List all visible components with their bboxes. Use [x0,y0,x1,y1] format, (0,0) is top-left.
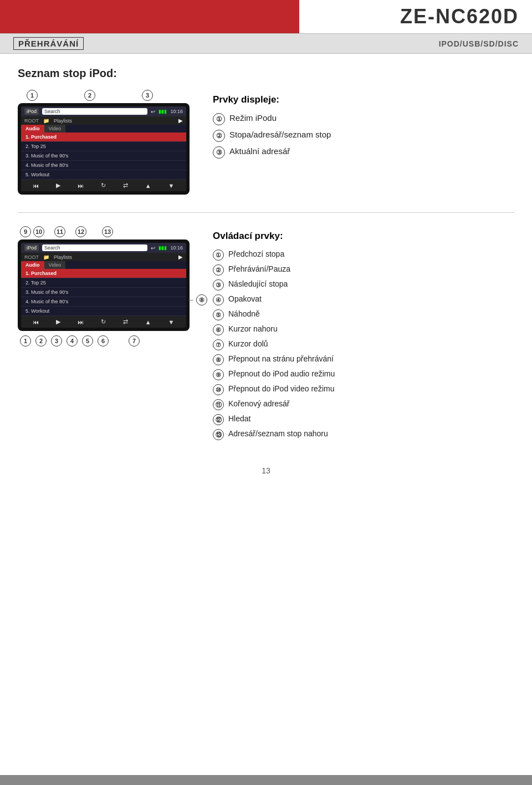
num-above-3: 3 [142,90,153,101]
item-text: Přepnout na stránu přehrávání [228,354,334,363]
screen2-column: 9 10 11 12 13 iPod Search ↩ ▮▮▮ [18,226,195,444]
device-screen-1: iPod Search ↩ ▮▮▮ 10:16 ROOT 📁 Playlists… [18,103,190,195]
item-text: Kurzor nahoru [228,324,278,333]
screen1-play-btn[interactable]: ▶ [178,118,183,124]
list-item: ④ Opakovat [213,294,514,305]
prev-btn2[interactable]: ⏮ [33,319,39,325]
shuffle-btn[interactable]: ⇄ [123,182,128,189]
item-num: ⑪ [213,399,224,410]
arrow-indicator-8: ← ⑧ [186,294,207,305]
num-b4: 4 [66,335,78,346]
bottom-bar [0,775,532,785]
num-8: ⑧ [196,294,207,305]
list-item[interactable]: 4. Music of the 80's [21,297,186,307]
list-item: ② Přehrávání/Pauza [213,264,514,276]
item-text: Přehrávání/Pauza [228,264,290,273]
nums-above-screen2: 9 10 11 12 13 [18,226,195,237]
screen2-inner: iPod Search ↩ ▮▮▮ 10:16 ROOT 📁 Playlists… [21,243,186,328]
item-num: ⑫ [213,414,224,425]
screen1-search: Search [42,108,147,115]
list-item[interactable]: 5. Workout [21,307,186,316]
prev-btn[interactable]: ⏮ [33,182,39,189]
nums-above-screen1: 1 2 3 [18,90,195,101]
num-b2: 2 [35,335,47,346]
list-item: ③ Následující stopa [213,279,514,290]
screen2-search: Search [42,244,147,251]
num-b7: 7 [129,335,140,346]
list-item[interactable]: 3. Music of the 90's [21,151,186,161]
item-num: ⑧ [213,354,224,365]
device-screen-2: iPod Search ↩ ▮▮▮ 10:16 ROOT 📁 Playlists… [18,239,190,331]
screen1-tab-video[interactable]: Video [44,125,66,132]
folder-icon: 📁 [43,118,49,124]
item-num: ⑬ [213,429,224,440]
screen2-ipod-label: iPod [24,244,39,251]
display-elements-column: Prvky displeje: ① Režim iPodu ② Stopa/ad… [213,90,514,195]
screen1-tab-audio[interactable]: Audio [21,125,44,132]
list-item[interactable]: 5. Workout [21,170,186,180]
screen1-tabs: Audio Video [21,125,186,132]
main-content: Seznam stop iPod: 1 2 3 iPod Search ↩ [0,54,532,457]
list-item: ⑦ Kurzor dolů [213,339,514,350]
list-item: ⑩ Přepnout do iPod video režimu [213,384,514,395]
screen1-nav: ROOT 📁 Playlists ▶ [21,116,186,125]
list-item: ⑪ Kořenový adresář [213,399,514,410]
item-num: ⑨ [213,369,224,380]
shuffle-btn2[interactable]: ⇄ [123,318,128,325]
up-btn[interactable]: ▲ [145,182,151,189]
list-item[interactable]: 3. Music of the 90's [21,288,186,297]
next-btn[interactable]: ⏭ [78,182,84,189]
back-arrow-icon2: ↩ [151,245,155,251]
repeat-btn[interactable]: ↻ [101,182,106,189]
item-num: ① [213,249,224,261]
num-b1: 1 [20,335,31,346]
down-btn2[interactable]: ▼ [168,319,175,325]
down-btn[interactable]: ▼ [168,182,175,189]
list-item[interactable]: 1. Purchased [21,269,186,278]
item-num: ⑩ [213,384,224,395]
num-above-2: 2 [84,90,95,101]
list-item: ⑫ Hledat [213,414,514,425]
item-text: Aktuální adresář [229,146,290,156]
screen2-time: 10:16 [170,245,183,251]
screen2-play-btn[interactable]: ▶ [178,254,183,260]
item-text: Opakovat [228,294,262,303]
num-9: 9 [20,226,31,237]
section1-layout: 1 2 3 iPod Search ↩ ▮▮▮ 10:16 [18,90,514,195]
next-btn2[interactable]: ⏭ [78,319,84,325]
screen1-inner: iPod Search ↩ ▮▮▮ 10:16 ROOT 📁 Playlists… [21,106,186,191]
item-num: ③ [213,146,225,159]
screen1-root: ROOT [24,118,39,124]
screen1-column: 1 2 3 iPod Search ↩ ▮▮▮ 10:16 [18,90,195,195]
screen1-controls: ⏮ ▶ ⏭ ↻ ⇄ ▲ ▼ [21,180,186,191]
item-text: Náhodně [228,309,260,318]
sub-header: PŘEHRÁVÁNÍ IPOD/USB/SD/DISC [0,33,532,54]
screen2-tab-audio[interactable]: Audio [21,261,44,269]
up-btn2[interactable]: ▲ [145,319,151,325]
list-item[interactable]: 2. Top 25 [21,278,186,288]
header-red-bar [0,0,299,33]
screen2-tab-video[interactable]: Video [44,261,66,269]
play-btn2[interactable]: ▶ [56,318,60,325]
section1-title: Seznam stop iPod: [18,67,514,80]
list-item[interactable]: 4. Music of the 80's [21,161,186,170]
list-item[interactable]: 2. Top 25 [21,142,186,151]
num-b6: 6 [98,335,109,346]
item-num: ② [213,130,225,142]
item-num: ⑤ [213,309,224,320]
play-btn[interactable]: ▶ [56,182,60,189]
display-elements-label: Prvky displeje: [213,94,514,105]
back-arrow-icon: ↩ [151,109,155,115]
screen1-topbar: iPod Search ↩ ▮▮▮ 10:16 [21,106,186,116]
repeat-btn2[interactable]: ↻ [101,318,106,325]
item-num: ② [213,264,224,276]
nums-below-screen2: 1 2 3 4 5 6 7 [18,335,195,346]
folder-icon2: 📁 [43,254,49,260]
item-text: Kořenový adresář [228,399,290,408]
item-text: Stopa/adresář/seznam stop [229,130,331,139]
section-divider [18,212,514,213]
list-item[interactable]: 1. Purchased [21,132,186,142]
item-text: Následující stopa [228,279,288,288]
num-10: 10 [33,226,44,237]
list-item: ② Stopa/adresář/seznam stop [213,130,514,142]
